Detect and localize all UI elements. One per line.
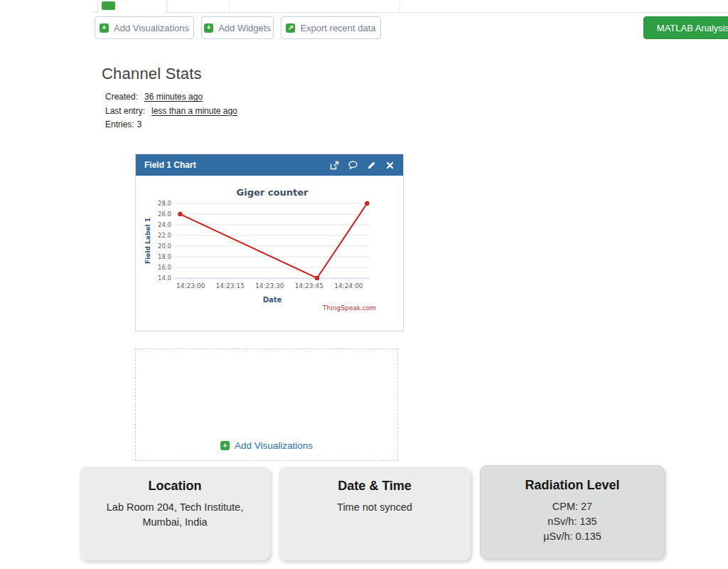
svg-text:14:23:30: 14:23:30 (255, 282, 284, 289)
svg-text:14:23:15: 14:23:15 (216, 282, 245, 289)
created-label: Created: (105, 92, 138, 102)
tab-private-view[interactable] (97, 0, 167, 13)
svg-text:24.0: 24.0 (158, 221, 171, 228)
panel-body: 28.026.024.022.020.018.016.014.014:23:00… (136, 176, 403, 332)
lock-icon (102, 1, 115, 10)
svg-text:28.0: 28.0 (158, 200, 171, 207)
matlab-analysis-button[interactable]: MATLAB Analysis (643, 16, 728, 39)
tab-secondary[interactable] (229, 0, 400, 13)
svg-text:16.0: 16.0 (158, 264, 171, 271)
add-visualizations-link[interactable]: + Add Visualizations (220, 440, 313, 451)
svg-text:14:24:00: 14:24:00 (334, 282, 363, 289)
date-time-card-body: Time not synced (279, 500, 471, 515)
panel-title: Field 1 Chart (144, 160, 330, 170)
card-line: CPM: 27 (481, 499, 664, 514)
export-icon: ↗ (286, 23, 295, 33)
export-recent-data-label: Export recent data (300, 23, 375, 33)
card-line: µSv/h: 0.135 (481, 529, 664, 544)
tabbar-divider (91, 12, 728, 13)
svg-text:Field Label 1: Field Label 1 (144, 218, 151, 264)
card-line: nSv/h: 135 (481, 514, 664, 529)
created-value: 36 minutes ago (144, 92, 203, 102)
radiation-level-card-title: Radiation Level (481, 478, 664, 493)
svg-text:14:23:45: 14:23:45 (295, 282, 323, 289)
created-row: Created:36 minutes ago (105, 90, 237, 105)
last-entry-row: Last entry:less than a minute ago (105, 105, 237, 119)
date-time-card: Date & Time Time not synced (279, 467, 471, 560)
plus-square-icon: + (100, 23, 109, 33)
last-entry-value: less than a minute ago (151, 106, 237, 116)
card-line: Time not synced (279, 500, 471, 515)
svg-text:20.0: 20.0 (158, 243, 171, 250)
entries-label: Entries: (105, 119, 134, 129)
page-title: Channel Stats (102, 65, 237, 83)
svg-text:26.0: 26.0 (158, 211, 171, 218)
add-widgets-button[interactable]: + Add Widgets (201, 16, 274, 39)
svg-text:22.0: 22.0 (158, 232, 171, 239)
card-line: Lab Room 204, Tech Institute, (80, 500, 270, 515)
field1-chart-svg: 28.026.024.022.020.018.016.014.014:23:00… (141, 181, 397, 326)
channel-page: + Add Visualizations + Add Widgets ↗ Exp… (0, 0, 728, 569)
last-entry-label: Last entry: (105, 106, 145, 116)
add-visualizations-button[interactable]: + Add Visualizations (95, 16, 194, 39)
location-card-title: Location (80, 479, 270, 494)
svg-text:ThingSpeak.com: ThingSpeak.com (322, 304, 376, 312)
close-icon[interactable] (385, 161, 395, 170)
add-widgets-label: Add Widgets (218, 23, 271, 33)
entries-row: Entries:3 (105, 118, 237, 132)
edit-pencil-icon[interactable] (367, 161, 376, 170)
add-visualizations-link-label: Add Visualizations (235, 440, 313, 451)
comment-icon[interactable] (348, 161, 358, 170)
location-card-body: Lab Room 204, Tech Institute,Mumbai, Ind… (80, 500, 270, 530)
svg-text:14:23:00: 14:23:00 (176, 282, 205, 289)
plus-square-icon: + (204, 23, 213, 33)
panel-header: Field 1 Chart (136, 154, 403, 176)
svg-text:14.0: 14.0 (158, 275, 171, 282)
radiation-level-card-body: CPM: 27nSv/h: 135µSv/h: 0.135 (481, 499, 664, 544)
card-line: Mumbai, India (80, 515, 270, 530)
svg-text:Giger counter: Giger counter (237, 187, 309, 198)
export-recent-data-button[interactable]: ↗ Export recent data (281, 16, 381, 39)
location-card: Location Lab Room 204, Tech Institute,Mu… (80, 467, 270, 560)
field1-chart-panel: Field 1 Chart 28.026.024.022.020.018.016… (135, 154, 404, 331)
entries-value: 3 (137, 119, 142, 129)
plus-square-icon: + (220, 441, 230, 450)
radiation-level-card: Radiation Level CPM: 27nSv/h: 135µSv/h: … (480, 465, 665, 559)
external-link-icon[interactable] (330, 161, 339, 170)
add-visualizations-label: Add Visualizations (114, 23, 189, 33)
date-time-card-title: Date & Time (279, 479, 471, 494)
channel-stats-section: Channel Stats Created:36 minutes ago Las… (102, 65, 237, 132)
svg-text:18.0: 18.0 (158, 253, 171, 260)
svg-text:Date: Date (263, 296, 282, 304)
empty-visualization-slot: + Add Visualizations (135, 349, 398, 461)
